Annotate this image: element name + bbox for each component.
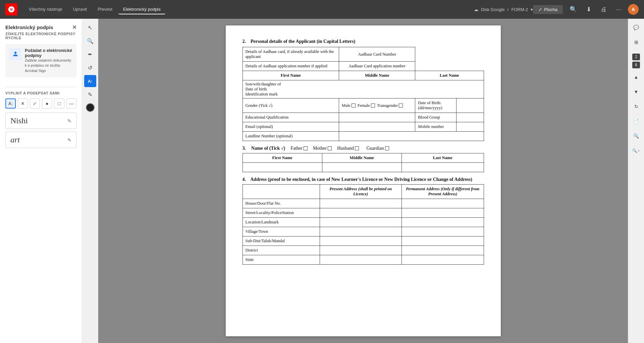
section4-heading: 4. Address (proof to be enclosed, in cas… — [243, 177, 484, 182]
nav-esign[interactable]: Elektronický podpis — [118, 5, 165, 14]
sign-option-x[interactable]: ✕ — [18, 98, 28, 109]
signature-nishi[interactable]: Nishi ✎ — [5, 113, 76, 129]
edit-tool[interactable]: ✎ — [84, 88, 96, 100]
sign-option-rect[interactable]: □ — [54, 98, 64, 109]
addr-empty-label — [243, 185, 320, 199]
divider — [5, 87, 76, 87]
aadhaar-card-value: Aadhaar Card Number — [339, 47, 415, 62]
redo-tool[interactable]: ↺ — [84, 62, 96, 74]
house-label: House/Door/Flat No. — [243, 199, 320, 208]
gender-female: Female — [358, 103, 375, 108]
mobile-inner-table: Mobile number — [415, 122, 483, 131]
left-sidebar: Elektronický podpis ✕ ZÍSKEJTE ELEKTRONI… — [0, 19, 82, 343]
email-value — [339, 122, 415, 132]
app-logo — [5, 3, 17, 15]
separator: / — [507, 7, 509, 12]
aadhaar-appnum-value: Aadhaar Card application number — [339, 62, 415, 71]
more-button[interactable]: ··· — [613, 5, 624, 14]
toolbar-right: ⤢ Plocha 🔍 ⬇ 🖨 ··· A — [533, 4, 639, 15]
blood-inner-table: Blood Group — [415, 113, 483, 122]
document-area[interactable]: 2. Personal details of the Applicant (in… — [98, 19, 628, 343]
section3-container: 3. Name of (Tick √) Father Mother Husban… — [243, 146, 484, 172]
table-row: Date of Birth: (dd/mm/yyyy) — [415, 98, 483, 113]
pen-tool[interactable]: ✒ — [84, 48, 96, 60]
chat-icon[interactable]: 💬 — [630, 21, 642, 33]
page-6-badge[interactable]: 6 — [632, 62, 640, 68]
zoom-tool[interactable]: 🔍 — [84, 35, 96, 47]
location-label: Location/Landmark — [243, 218, 320, 227]
mother-option: Mother — [313, 146, 332, 151]
gender-options: Male Female Transgender — [339, 98, 415, 113]
sign-option-line[interactable]: — — [66, 98, 76, 109]
color-picker[interactable] — [86, 103, 95, 112]
edit-icon[interactable]: ✎ — [67, 118, 71, 124]
s3-last-value — [402, 163, 484, 172]
document-icon[interactable]: 📄 — [630, 115, 642, 127]
blood-group-cell: Blood Group — [415, 113, 484, 122]
refresh-icon[interactable]: ↻ — [630, 100, 642, 113]
zoom-in-icon[interactable]: 🔍 — [630, 130, 642, 142]
gender-label: Gender (Tick √) — [243, 98, 339, 113]
table-row — [243, 163, 484, 172]
sign-option-dot[interactable]: ● — [42, 98, 52, 109]
street-permanent — [402, 208, 484, 218]
signature-art-text: art — [10, 135, 20, 144]
table-row: District — [243, 246, 484, 255]
card-title: Požádat o elektronické podpisy — [25, 48, 72, 58]
edu-qual-label: Educational Qualification — [243, 113, 339, 122]
section2-heading: 2. Personal details of the Applicant (in… — [243, 39, 484, 44]
middle-name-col: Middle Name — [339, 71, 415, 80]
present-addr-label: Present Address (shall be printed on Lic… — [320, 185, 401, 199]
landline-value — [339, 132, 484, 141]
section4-container: 4. Address (proof to be enclosed, in cas… — [243, 177, 484, 265]
chevron-up-icon[interactable]: ▲ — [630, 71, 642, 83]
house-permanent — [402, 199, 484, 208]
toolbar-center: ☁ Disk Google / FORM-2 ▾ — [474, 7, 533, 12]
zoom-out-icon[interactable]: 🔍− — [630, 145, 642, 157]
plocha-button[interactable]: ⤢ Plocha — [533, 5, 563, 14]
house-present — [320, 199, 401, 208]
nav-all-tools[interactable]: Všechny nástroje — [24, 5, 67, 14]
location-permanent — [402, 218, 484, 227]
blood-label: Blood Group — [415, 113, 456, 122]
nav-edit[interactable]: Upravit — [68, 5, 92, 14]
district-present — [320, 246, 401, 255]
print-button[interactable]: 🖨 — [598, 5, 609, 14]
fill-sign-section-title: VYPLNIT A PODEPSAT SAMI — [5, 91, 76, 95]
aadhaar-card-label: Details of Aadhaar card, if already avai… — [243, 47, 339, 62]
nav-convert[interactable]: Převést — [93, 5, 117, 14]
sidebar-title-bar: Elektronický podpis ✕ — [5, 24, 76, 30]
subdist-present — [320, 236, 401, 246]
dob-inner-table: Date of Birth: (dd/mm/yyyy) — [415, 98, 483, 113]
table-row: Present Address (shall be printed on Lic… — [243, 185, 484, 199]
section3-heading-row: 3. Name of (Tick √) Father Mother Husban… — [243, 146, 484, 151]
chevron-down-icon[interactable]: ▾ — [531, 7, 533, 12]
textbox-tool[interactable]: A: — [84, 75, 96, 87]
table-row: Street/Locality/PoliceStation — [243, 208, 484, 218]
download-button[interactable]: ⬇ — [584, 4, 594, 14]
main-container: Elektronický podpis ✕ ZÍSKEJTE ELEKTRONI… — [0, 19, 644, 343]
sign-option-text[interactable]: A: — [5, 98, 16, 109]
edit-icon-2[interactable]: ✎ — [67, 137, 71, 143]
page-2-badge[interactable]: 2 — [632, 54, 640, 60]
address-table: Present Address (shall be printed on Lic… — [243, 184, 484, 265]
location-present — [320, 218, 401, 227]
table-row: House/Door/Flat No. — [243, 199, 484, 208]
signature-art[interactable]: art ✎ — [5, 132, 76, 148]
request-signatures-card[interactable]: Požádat o elektronické podpisy Zašlete o… — [5, 44, 76, 77]
sign-option-check[interactable]: ✓ — [30, 98, 40, 109]
search-button[interactable]: 🔍 — [567, 4, 580, 14]
mobile-cell: Mobile number — [415, 122, 484, 132]
permanent-addr-label: Permanent Address (Only if different fro… — [402, 185, 484, 199]
cursor-tool[interactable]: ↖ — [84, 21, 96, 33]
card-desc: Zašlete ostatním dokumenty k e-podpisu z… — [25, 58, 72, 73]
right-sidebar: 💬 ⊞ 2 6 ▲ ▼ ↻ 📄 🔍 🔍− — [628, 19, 644, 343]
dob-value-cell — [456, 98, 483, 113]
grid-icon[interactable]: ⊞ — [630, 36, 642, 48]
avatar[interactable]: A — [628, 4, 639, 15]
landline-label: Landline Number (optional) — [243, 132, 339, 141]
card-icon — [9, 48, 21, 60]
chevron-down-icon[interactable]: ▼ — [630, 86, 642, 98]
close-icon[interactable]: ✕ — [72, 24, 76, 30]
cloud-label: Disk Google — [481, 7, 505, 12]
